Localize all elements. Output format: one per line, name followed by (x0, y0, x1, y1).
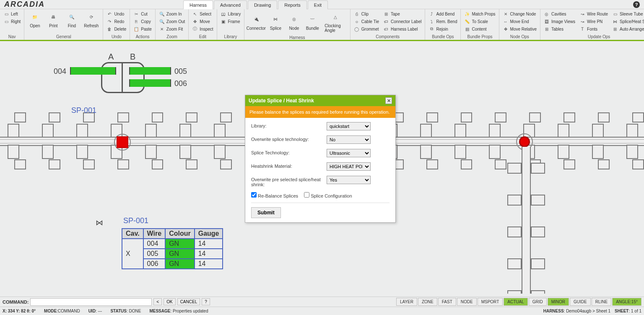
find-button[interactable]: 🔍Find (63, 10, 80, 30)
match-props-button[interactable]: ✨Match Props (462, 10, 497, 18)
fonts-label: Fonts (587, 27, 597, 31)
toggle-actual[interactable]: ACTUAL (504, 298, 527, 306)
overwrite-tech-select[interactable]: No (327, 135, 371, 144)
clip-button[interactable]: ⎙Clip (352, 10, 381, 18)
fonts-button[interactable]: TFonts (578, 25, 610, 33)
redo-button[interactable]: ↷Redo (105, 18, 128, 25)
move-rel-icon: ✥ (503, 26, 509, 32)
harness-readout: HARNESS: Demo04augb > Sheet 1 (543, 309, 610, 313)
tab-exit[interactable]: Exit (308, 0, 328, 9)
conn-label-label: Connector Label (391, 19, 421, 24)
toggle-angle15[interactable]: ANGLE:15° (612, 298, 641, 306)
select-button[interactable]: ↖Select (190, 10, 215, 18)
copy-button[interactable]: ⎘Copy (132, 18, 153, 25)
command-input[interactable] (30, 298, 152, 306)
splice-button[interactable]: ⋈Splice (267, 10, 284, 34)
wire-route-button[interactable]: ↝Wire Route (578, 10, 610, 18)
harness-label-button[interactable]: 🏷Harness Label (382, 25, 423, 33)
splice-config-checkbox[interactable] (304, 192, 309, 198)
cavities-button[interactable]: ◎Cavities (542, 10, 577, 18)
tape-segment (214, 145, 226, 159)
print-button[interactable]: 🖶Print (44, 10, 62, 30)
open-button[interactable]: 📁Open (26, 10, 44, 30)
paste-icon: 📋 (133, 26, 139, 32)
tape-button[interactable]: ⊞Tape (382, 10, 423, 18)
overwrite-pre-label: Overwrite pre selected splice/heat shrin… (251, 176, 327, 187)
inspect-button[interactable]: ⓘInspect (190, 25, 215, 33)
cmd-ok-button[interactable]: OK (164, 298, 175, 305)
splice-tech-select[interactable]: Ultrasonic (327, 149, 371, 157)
refresh-button[interactable]: ⟳Refresh (81, 10, 101, 30)
rebalance-checkbox[interactable] (251, 192, 257, 198)
frame-button[interactable]: ▣Frame (219, 18, 243, 25)
clocking-button[interactable]: △Clocking Angle (322, 10, 348, 34)
tab-reports[interactable]: Reports (278, 0, 307, 9)
zoom-in-button[interactable]: 🔍Zoom In (157, 10, 187, 18)
help-icon[interactable]: ? (633, 1, 640, 8)
move-rel-button[interactable]: ✥Move Relative (501, 25, 538, 33)
toggle-zone[interactable]: ZONE (418, 298, 437, 306)
grommet-button[interactable]: ◯Grommet (352, 25, 381, 33)
toggle-rline[interactable]: RLINE (592, 298, 611, 306)
toggle-layer[interactable]: LAYER (396, 298, 417, 306)
cable-tie-button[interactable]: ⌾Cable Tie (352, 18, 381, 25)
canvas[interactable]: A B 004 005 006 SP-001 ⋈ SP-001 Cav. Wir… (0, 41, 644, 294)
dialog-titlebar[interactable]: Update Splice / Heat Shrink ✕ (245, 95, 395, 106)
change-node-button[interactable]: ✕Change Node (501, 10, 538, 18)
add-bend-button[interactable]: ⤴Add Bend (427, 10, 459, 18)
bundle-button[interactable]: 〰Bundle (304, 10, 321, 34)
splice-config-check-wrapper[interactable]: Splice Configuration (304, 192, 352, 198)
toggle-node[interactable]: NODE (457, 298, 477, 306)
rejoin-button[interactable]: ⧉Rejoin (427, 25, 459, 33)
cmd-back-button[interactable]: < (153, 298, 162, 305)
content-label: Content (472, 27, 486, 31)
auto-arrange-button[interactable]: ⊞Auto Arrange (610, 25, 644, 33)
content-button[interactable]: ▤Content (462, 25, 497, 33)
library-select[interactable]: quickstart (327, 122, 371, 130)
nav-right[interactable]: ▭Right (2, 18, 22, 25)
undo-button[interactable]: ↶Undo (105, 10, 128, 18)
paste-button[interactable]: 📋Paste (132, 25, 153, 33)
cmd-cancel-button[interactable]: CANCEL (177, 298, 200, 305)
conn-label-button[interactable]: 🏷Connector Label (382, 18, 423, 25)
tables-button[interactable]: ⊞Tables (542, 25, 577, 33)
sleeve-button[interactable]: ▭Sleeve Tube (610, 10, 644, 18)
sleeve-label: Sleeve Tube (620, 12, 643, 16)
toggle-grid[interactable]: GRID (529, 298, 547, 306)
cmd-help-button[interactable]: ? (202, 298, 210, 305)
toggle-guide[interactable]: GUIDE (570, 298, 591, 306)
nav-left[interactable]: ▭Left (2, 10, 22, 18)
library-button[interactable]: 🕮Library (219, 10, 243, 18)
move-end-button[interactable]: ↔Move End (501, 18, 538, 25)
toggle-msport[interactable]: MSPORT (478, 298, 503, 306)
overwrite-pre-select[interactable]: Yes (327, 176, 371, 184)
move-button[interactable]: ✥Move (190, 18, 215, 25)
splice-hs-icon: ⋈ (612, 18, 618, 24)
toggle-minor[interactable]: MINOR (548, 298, 569, 306)
zoom-out-button[interactable]: 🔍Zoom Out (157, 18, 187, 25)
cut-button[interactable]: ✂Cut (132, 10, 153, 18)
wire-pn-button[interactable]: ↝Wire PN (578, 18, 610, 25)
splice-hs-button[interactable]: ⋈Splice/Heat Shrink (610, 18, 644, 25)
heatshrink-select[interactable]: HIGH HEAT POLYI (327, 162, 371, 171)
tape-segment (461, 159, 473, 169)
branch-node[interactable] (519, 136, 530, 147)
submit-button[interactable]: Submit (251, 207, 281, 218)
node-button[interactable]: ◎Node (285, 10, 303, 34)
splice-tech-label: Splice Technology: (251, 149, 327, 155)
to-scale-button[interactable]: 📏To Scale (462, 18, 497, 25)
connector-button[interactable]: 🔌Connector (246, 10, 266, 34)
rebalance-check-wrapper[interactable]: Re-Balance Splices (251, 192, 298, 198)
tab-harness[interactable]: Harness (183, 0, 213, 9)
zoom-fit-button[interactable]: ✕Zoom Fit (157, 25, 187, 33)
tape-segment (145, 145, 157, 159)
tab-advanced[interactable]: Advanced (214, 0, 247, 9)
delete-button[interactable]: 🗑Delete (105, 25, 128, 33)
tab-drawing[interactable]: Drawing (248, 0, 277, 9)
dialog-close-button[interactable]: ✕ (385, 97, 392, 104)
image-views-button[interactable]: 🖼Image Views (542, 18, 577, 25)
rem-bend-button[interactable]: ⤵Rem. Bend (427, 18, 459, 25)
bundle-branch[interactable] (522, 147, 531, 294)
splice-node[interactable] (117, 136, 128, 148)
toggle-fast[interactable]: FAST (438, 298, 456, 306)
